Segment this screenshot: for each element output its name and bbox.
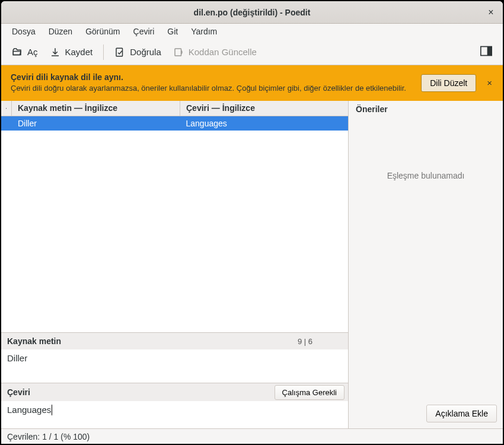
source-counter: 9 | 6 — [298, 337, 342, 346]
menu-help[interactable]: Yardım — [185, 25, 223, 38]
translation-list[interactable]: Diller Languages — [1, 116, 348, 332]
warning-text: Çeviri dili kaynak dil ile aynı. Çeviri … — [11, 72, 412, 94]
row-translation-cell: Languages — [180, 119, 349, 128]
sidebar-footer: Açıklama Ekle — [349, 399, 503, 428]
save-label: Kaydet — [65, 47, 93, 57]
toggle-sidebar-button[interactable] — [474, 42, 498, 62]
translation-input-text: Languages — [7, 405, 51, 415]
suggestions-empty-state: Eşleşme bulunamadı — [349, 117, 503, 399]
svg-rect-3 — [487, 47, 492, 56]
suggestions-title: Öneriler — [349, 101, 503, 117]
titlebar: dil.en.po (değiştirildi) - Poedit × — [1, 1, 503, 24]
text-cursor — [52, 405, 52, 415]
open-label: Aç — [27, 47, 38, 57]
warning-title: Çeviri dili kaynak dil ile aynı. — [11, 72, 412, 82]
needs-work-toggle[interactable]: Çalışma Gerekli — [275, 385, 344, 400]
translation-panel: Çeviri Çalışma Gerekli Languages — [1, 383, 348, 428]
table-row[interactable]: Diller Languages — [1, 116, 348, 131]
main-column: · Kaynak metin — İngilizce Çeviri — İngi… — [1, 101, 349, 428]
content-area: · Kaynak metin — İngilizce Çeviri — İngi… — [1, 101, 503, 428]
statusbar: Çevrilen: 1 / 1 (% 100) — [1, 428, 503, 444]
source-panel-header: Kaynak metin 9 | 6 — [1, 333, 348, 349]
menu-view[interactable]: Görünüm — [79, 25, 126, 38]
source-panel-title: Kaynak metin — [7, 336, 61, 346]
source-text-display: Diller — [1, 349, 348, 383]
app-window: dil.en.po (değiştirildi) - Poedit × Dosy… — [1, 1, 503, 444]
refresh-code-icon — [173, 47, 184, 58]
folder-open-icon — [12, 47, 23, 58]
menu-go[interactable]: Git — [161, 25, 184, 38]
toolbar-separator — [103, 44, 104, 60]
svg-rect-0 — [116, 48, 123, 56]
fix-language-button[interactable]: Dili Düzelt — [421, 74, 476, 92]
row-source-cell: Diller — [12, 119, 180, 128]
window-title: dil.en.po (değiştirildi) - Poedit — [194, 8, 311, 17]
translation-column-header[interactable]: Çeviri — İngilizce — [180, 101, 348, 116]
save-button[interactable]: Kaydet — [44, 43, 99, 61]
source-column-header[interactable]: Kaynak metin — İngilizce — [12, 101, 180, 116]
menu-edit[interactable]: Düzen — [43, 25, 78, 38]
svg-rect-1 — [175, 49, 181, 56]
add-note-button[interactable]: Açıklama Ekle — [426, 405, 497, 422]
status-column-header[interactable]: · — [1, 101, 12, 116]
save-download-icon — [50, 47, 60, 58]
update-from-code-label: Koddan Güncelle — [189, 47, 257, 57]
update-from-code-button: Koddan Güncelle — [167, 43, 263, 61]
warning-close-button[interactable]: × — [486, 78, 493, 88]
menu-translate[interactable]: Çeviri — [127, 25, 161, 38]
close-icon: × — [487, 78, 492, 88]
toolbar: Aç Kaydet Doğrula Koddan Güncelle — [1, 39, 503, 65]
translation-panel-header: Çeviri Çalışma Gerekli — [1, 383, 348, 401]
open-button[interactable]: Aç — [6, 43, 44, 61]
validate-button[interactable]: Doğrula — [109, 43, 167, 61]
window-close-button[interactable]: × — [485, 7, 497, 18]
validate-label: Doğrula — [130, 47, 161, 57]
source-text-panel: Kaynak metin 9 | 6 Diller — [1, 332, 348, 383]
close-icon: × — [488, 7, 493, 18]
warning-bar: Çeviri dili kaynak dil ile aynı. Çeviri … — [1, 65, 503, 101]
menu-file[interactable]: Dosya — [6, 25, 42, 38]
translation-input[interactable]: Languages — [1, 401, 348, 428]
sidebar-toggle-icon — [480, 46, 492, 58]
translation-panel-title: Çeviri — [7, 387, 30, 397]
warning-description: Çeviri dili doğru olarak ayarlanmazsa, ö… — [11, 83, 412, 94]
check-document-icon — [114, 47, 125, 58]
status-translated-count: Çevrilen: 1 / 1 (% 100) — [7, 432, 90, 441]
menubar: Dosya Düzen Görünüm Çeviri Git Yardım — [1, 24, 503, 39]
suggestions-sidebar: Öneriler Eşleşme bulunamadı Açıklama Ekl… — [349, 101, 503, 428]
translation-list-header: · Kaynak metin — İngilizce Çeviri — İngi… — [1, 101, 348, 116]
